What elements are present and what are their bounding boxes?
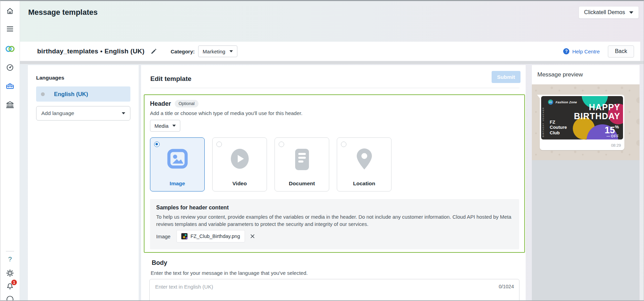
media-type-options: Image Video bbox=[150, 137, 391, 191]
media-option-label: Location bbox=[337, 180, 391, 187]
help-centre-label: Help Centre bbox=[572, 49, 600, 54]
help-centre-icon: ? bbox=[563, 48, 569, 54]
sidebar: ? 1 bbox=[0, 1, 20, 300]
bubble-tail bbox=[537, 95, 540, 98]
samples-section: Samples for header content To help us re… bbox=[150, 199, 519, 249]
location-icon bbox=[337, 147, 391, 170]
media-option-document[interactable]: Document bbox=[275, 137, 329, 191]
category-label: Category: bbox=[171, 49, 195, 54]
page-title: Message templates bbox=[28, 8, 98, 17]
bank-icon[interactable] bbox=[4, 100, 16, 110]
languages-panel: Languages English (UK) Add language bbox=[28, 65, 139, 300]
message-preview-panel: Message preview FZ Fashion Zone BIRTHDAY… bbox=[532, 65, 640, 300]
samples-title: Samples for header content bbox=[156, 205, 229, 211]
discount-label: 15% OFF bbox=[604, 124, 619, 138]
back-button[interactable]: Back bbox=[608, 45, 634, 58]
image-subtitle: FZ Couture Club bbox=[550, 120, 567, 135]
file-type-label: Image bbox=[156, 233, 171, 239]
body-section-description: Enter the text for your message in the l… bbox=[151, 270, 308, 276]
caret-down-icon bbox=[122, 112, 125, 114]
radio-video[interactable] bbox=[216, 142, 222, 147]
dashboard-icon[interactable] bbox=[4, 62, 16, 73]
clickatell-logo[interactable] bbox=[4, 44, 16, 54]
file-name: FZ_Club_Birthday.png bbox=[191, 233, 240, 239]
document-icon bbox=[275, 147, 329, 170]
sidebar-divider bbox=[6, 251, 14, 251]
radio-location[interactable] bbox=[341, 142, 346, 147]
languages-heading: Languages bbox=[36, 75, 130, 81]
home-icon[interactable] bbox=[4, 6, 16, 16]
caret-down-icon bbox=[172, 125, 176, 127]
media-option-label: Document bbox=[275, 180, 329, 187]
discount-percent-sign: % bbox=[615, 124, 619, 129]
divider bbox=[150, 88, 519, 88]
language-item-english-uk[interactable]: English (UK) bbox=[36, 86, 130, 102]
media-option-video[interactable]: Video bbox=[212, 137, 267, 191]
chat-preview-background: FZ Fashion Zone BIRTHDAY VOUCHER HAPPY B… bbox=[532, 84, 640, 160]
message-preview-heading: Message preview bbox=[532, 65, 640, 84]
radio-image[interactable] bbox=[154, 142, 160, 147]
image-title-line2: BIRTHDAY bbox=[574, 112, 620, 121]
toolbar-shadow bbox=[20, 61, 644, 64]
remove-file-icon[interactable] bbox=[250, 233, 255, 239]
avatar-icon[interactable] bbox=[4, 294, 16, 301]
caret-down-icon bbox=[629, 11, 633, 14]
video-icon bbox=[213, 147, 267, 170]
template-name: birthday_templates • English (UK) bbox=[37, 48, 144, 55]
notification-badge: 1 bbox=[11, 280, 17, 285]
discount-off-label: OFF bbox=[604, 134, 619, 138]
language-item-label: English (UK) bbox=[54, 91, 88, 97]
message-timestamp: 08:29 bbox=[611, 143, 621, 147]
edit-template-panel: Edit template Submit Header Optional Add… bbox=[141, 65, 526, 300]
samples-description: To help us review your content, provide … bbox=[156, 214, 512, 228]
help-icon[interactable]: ? bbox=[4, 254, 16, 264]
file-thumbnail bbox=[181, 233, 187, 239]
toolbox-icon[interactable] bbox=[4, 81, 16, 91]
image-icon bbox=[150, 147, 204, 170]
media-option-label: Image bbox=[150, 180, 204, 187]
brand-logo: FZ bbox=[548, 100, 553, 105]
account-name: Clickatell Demos bbox=[584, 9, 625, 15]
help-centre-link[interactable]: ? Help Centre bbox=[563, 48, 600, 54]
account-switcher-button[interactable]: Clickatell Demos bbox=[579, 6, 639, 19]
body-text-input[interactable] bbox=[150, 279, 519, 300]
template-toolbar: birthday_templates • English (UK) Catego… bbox=[20, 42, 640, 61]
body-section-title: Body bbox=[152, 259, 167, 267]
header-section-title: Header bbox=[150, 100, 171, 107]
add-language-select[interactable]: Add language bbox=[36, 106, 130, 121]
top-band: Message templates Clickatell Demos bbox=[20, 1, 644, 42]
edit-template-heading: Edit template bbox=[150, 75, 191, 83]
notifications-icon[interactable]: 1 bbox=[4, 281, 16, 291]
header-section-description: Add a title or choose which type of medi… bbox=[150, 110, 302, 116]
header-section: Header Optional Add a title or choose wh… bbox=[144, 94, 525, 253]
category-value: Marketing bbox=[203, 49, 225, 54]
submit-button[interactable]: Submit bbox=[492, 71, 520, 83]
header-type-value: Media bbox=[154, 123, 169, 129]
message-bubble: FZ Fashion Zone BIRTHDAY VOUCHER HAPPY B… bbox=[540, 95, 624, 150]
content-area: Languages English (UK) Add language Edit… bbox=[20, 64, 640, 300]
media-option-label: Video bbox=[213, 180, 267, 187]
radio-document[interactable] bbox=[279, 142, 284, 147]
body-text-field-wrap: 0/1024 bbox=[149, 279, 519, 300]
header-type-select[interactable]: Media bbox=[150, 120, 180, 132]
header-image-preview: FZ Fashion Zone BIRTHDAY VOUCHER HAPPY B… bbox=[541, 96, 623, 139]
page-edge-strip bbox=[640, 1, 644, 300]
help-glyph: ? bbox=[8, 256, 12, 263]
add-language-placeholder: Add language bbox=[41, 110, 74, 116]
character-counter: 0/1024 bbox=[499, 284, 514, 289]
media-option-location[interactable]: Location bbox=[337, 137, 391, 191]
settings-icon[interactable] bbox=[4, 268, 16, 278]
discount-value: 15 bbox=[604, 125, 615, 135]
media-option-image[interactable]: Image bbox=[150, 137, 205, 191]
uploaded-file-chip[interactable]: FZ_Club_Birthday.png bbox=[176, 230, 245, 242]
optional-badge: Optional bbox=[175, 100, 198, 107]
menu-icon[interactable] bbox=[4, 24, 16, 34]
edit-name-pencil-icon[interactable] bbox=[151, 48, 157, 54]
voucher-vertical-label: BIRTHDAY VOUCHER bbox=[542, 107, 544, 137]
language-status-dot bbox=[41, 92, 45, 96]
caret-down-icon bbox=[229, 50, 233, 52]
category-select[interactable]: Marketing bbox=[198, 45, 237, 57]
image-title-line1: HAPPY bbox=[574, 103, 620, 112]
